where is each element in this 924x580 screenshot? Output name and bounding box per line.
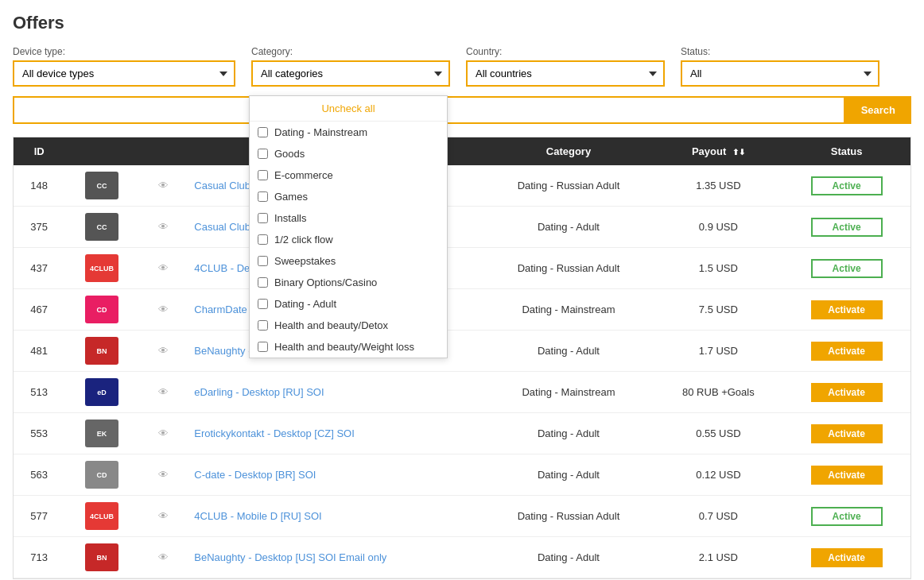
row-eye[interactable]: 👁 bbox=[138, 537, 184, 578]
eye-icon[interactable]: 👁 bbox=[158, 551, 169, 563]
dropdown-item[interactable]: Goods bbox=[250, 143, 447, 164]
row-status[interactable]: Activate bbox=[782, 372, 910, 413]
col-payout[interactable]: Payout ⬆⬇ bbox=[654, 137, 783, 165]
row-payout: 1.35 USD bbox=[654, 165, 783, 207]
dropdown-item[interactable]: Dating - Mainstream bbox=[250, 122, 447, 143]
table-row: 577 4CLUB 👁 4CLUB - Mobile D [RU] SOI Da… bbox=[14, 496, 910, 537]
dropdown-item[interactable]: Health and beauty/Weight loss bbox=[250, 336, 447, 358]
dropdown-item[interactable]: Health and beauty/Detox bbox=[250, 315, 447, 336]
eye-icon[interactable]: 👁 bbox=[158, 180, 169, 191]
row-eye[interactable]: 👁 bbox=[138, 207, 184, 248]
category-checkbox-dating-mainstream[interactable] bbox=[258, 127, 268, 137]
row-eye[interactable]: 👁 bbox=[138, 454, 184, 496]
eye-icon[interactable]: 👁 bbox=[158, 221, 169, 233]
row-eye[interactable]: 👁 bbox=[138, 331, 184, 372]
row-name[interactable]: 4CLUB - Mobile D [RU] SOI bbox=[184, 496, 483, 537]
search-row: Search bbox=[13, 96, 911, 124]
country-select[interactable]: All countries bbox=[466, 60, 665, 87]
row-payout: 1.5 USD bbox=[654, 248, 783, 289]
row-category: Dating - Adult bbox=[483, 537, 654, 578]
row-eye[interactable]: 👁 bbox=[138, 372, 184, 413]
category-checkbox-dating-adult[interactable] bbox=[258, 299, 268, 309]
row-category: Dating - Adult bbox=[483, 454, 654, 496]
category-option-label: Installs bbox=[274, 212, 306, 224]
activate-button[interactable]: Activate bbox=[811, 424, 883, 443]
category-checkbox-health-detox[interactable] bbox=[258, 320, 268, 331]
sort-icon: ⬆⬇ bbox=[732, 148, 745, 157]
row-id: 513 bbox=[14, 372, 64, 413]
category-option-label: Health and beauty/Detox bbox=[274, 319, 388, 331]
row-name[interactable]: eDarling - Desktop [RU] SOI bbox=[184, 372, 483, 413]
eye-icon[interactable]: 👁 bbox=[158, 510, 169, 522]
eye-icon[interactable]: 👁 bbox=[158, 427, 169, 439]
country-label: Country: bbox=[466, 46, 665, 57]
device-type-select[interactable]: All device types bbox=[13, 60, 235, 87]
activate-button[interactable]: Activate bbox=[811, 466, 883, 485]
activate-button[interactable]: Activate bbox=[811, 342, 883, 361]
category-option-label: Dating - Adult bbox=[274, 298, 336, 310]
category-checkbox-games[interactable] bbox=[258, 191, 268, 202]
row-id: 577 bbox=[14, 496, 64, 537]
row-eye[interactable]: 👁 bbox=[138, 496, 184, 537]
row-name[interactable]: Erotickykontakt - Desktop [CZ] SOI bbox=[184, 413, 483, 454]
row-eye[interactable]: 👁 bbox=[138, 289, 184, 331]
row-status[interactable]: Activate bbox=[782, 289, 910, 331]
row-category: Dating - Mainstream bbox=[483, 289, 654, 331]
activate-button[interactable]: Activate bbox=[811, 300, 883, 319]
row-payout: 7.5 USD bbox=[654, 289, 783, 331]
status-select[interactable]: All bbox=[681, 60, 879, 87]
eye-icon[interactable]: 👁 bbox=[158, 262, 169, 274]
eye-icon[interactable]: 👁 bbox=[158, 304, 169, 315]
row-status[interactable]: Activate bbox=[782, 331, 910, 372]
category-option-label: E-commerce bbox=[274, 169, 333, 181]
dropdown-item[interactable]: Installs bbox=[250, 207, 447, 229]
row-status: Active bbox=[782, 165, 910, 207]
category-select[interactable]: All categories bbox=[251, 60, 450, 87]
row-eye[interactable]: 👁 bbox=[138, 165, 184, 207]
category-checkbox-ecommerce[interactable] bbox=[258, 170, 268, 180]
dropdown-item[interactable]: 1/2 click flow bbox=[250, 229, 447, 250]
dropdown-item[interactable]: Games bbox=[250, 186, 447, 207]
category-checkbox-sweepstakes[interactable] bbox=[258, 256, 268, 266]
dropdown-item[interactable]: Binary Options/Casino bbox=[250, 272, 447, 293]
offer-logo: CD bbox=[85, 461, 118, 489]
dropdown-item[interactable]: Sweepstakes bbox=[250, 250, 447, 272]
category-filter: Category: All categories bbox=[251, 46, 450, 87]
category-checkbox-installs[interactable] bbox=[258, 213, 268, 223]
status-active-badge: Active bbox=[811, 176, 883, 195]
row-name[interactable]: C-date - Desktop [BR] SOI bbox=[184, 454, 483, 496]
eye-icon[interactable]: 👁 bbox=[158, 386, 169, 398]
table-row: 375 CC 👁 Casual Club - Des Dating - Adul… bbox=[14, 207, 910, 248]
category-checkbox-health-weight[interactable] bbox=[258, 342, 268, 352]
row-payout: 0.12 USD bbox=[654, 454, 783, 496]
category-option-label: Games bbox=[274, 191, 308, 203]
row-logo: eD bbox=[64, 372, 138, 413]
row-status[interactable]: Activate bbox=[782, 454, 910, 496]
dropdown-item[interactable]: Dating - Adult bbox=[250, 293, 447, 315]
row-id: 553 bbox=[14, 413, 64, 454]
col-id: ID bbox=[14, 137, 64, 165]
category-checkbox-binary[interactable] bbox=[258, 277, 268, 288]
category-checkbox-click-flow[interactable] bbox=[258, 234, 268, 245]
table-row: 481 BN 👁 BeNaughty - Mobile [US] SOI Ema… bbox=[14, 331, 910, 372]
row-id: 375 bbox=[14, 207, 64, 248]
uncheck-all-button[interactable]: Uncheck all bbox=[250, 96, 447, 122]
table-row: 553 EK 👁 Erotickykontakt - Desktop [CZ] … bbox=[14, 413, 910, 454]
row-logo: CC bbox=[64, 165, 138, 207]
row-eye[interactable]: 👁 bbox=[138, 413, 184, 454]
row-eye[interactable]: 👁 bbox=[138, 248, 184, 289]
row-name[interactable]: BeNaughty - Desktop [US] SOI Email only bbox=[184, 537, 483, 578]
activate-button[interactable]: Activate bbox=[811, 383, 883, 402]
row-payout: 80 RUB +Goals bbox=[654, 372, 783, 413]
row-status[interactable]: Activate bbox=[782, 537, 910, 578]
dropdown-item[interactable]: E-commerce bbox=[250, 164, 447, 186]
row-status[interactable]: Activate bbox=[782, 413, 910, 454]
row-category: Dating - Adult bbox=[483, 413, 654, 454]
category-option-label: Goods bbox=[274, 148, 305, 160]
eye-icon[interactable]: 👁 bbox=[158, 345, 169, 357]
offers-table-wrapper: ID View Category Payout ⬆⬇ Status 148 CC… bbox=[13, 137, 911, 579]
activate-button[interactable]: Activate bbox=[811, 548, 883, 567]
eye-icon[interactable]: 👁 bbox=[158, 469, 169, 481]
search-button[interactable]: Search bbox=[845, 96, 911, 124]
category-checkbox-goods[interactable] bbox=[258, 149, 268, 159]
